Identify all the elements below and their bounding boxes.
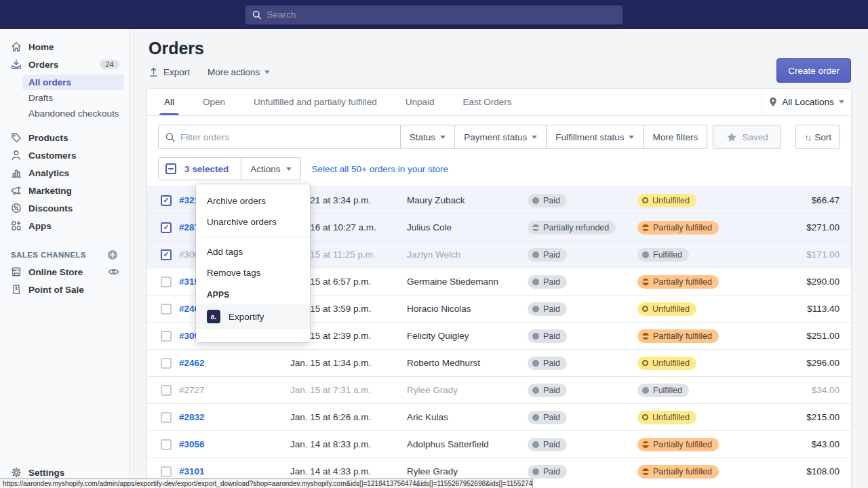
- tab-unpaid[interactable]: Unpaid: [394, 89, 446, 115]
- payment-status-badge: Paid: [528, 438, 567, 451]
- tag-icon: [10, 131, 22, 144]
- row-checkbox[interactable]: [161, 195, 172, 206]
- tab-unfulfilled[interactable]: Unfulfilled and partially fulfilled: [242, 89, 389, 115]
- row-checkbox[interactable]: [161, 304, 172, 314]
- sidebar-item-drafts[interactable]: Drafts: [0, 90, 129, 106]
- table-row[interactable]: #2727 Jan. 15 at 7:31 a.m. Rylee Grady P…: [147, 376, 851, 403]
- sidebar-item-analytics[interactable]: Analytics: [0, 164, 129, 182]
- sidebar-item-discounts[interactable]: Discounts: [0, 199, 129, 217]
- fulfillment-status-badge: Partially fulfilled: [637, 465, 719, 479]
- fulfillment-status-badge: Partially fulfilled: [637, 275, 719, 289]
- menu-item-archive-orders[interactable]: Archive orders: [196, 190, 310, 211]
- menu-item-exportify[interactable]: a. Exportify: [196, 304, 310, 329]
- selected-count-button[interactable]: 3 selected: [159, 158, 241, 180]
- sidebar-item-products[interactable]: Products: [0, 129, 129, 146]
- saved-filters-button[interactable]: Saved: [713, 125, 781, 149]
- filter-orders-input[interactable]: [180, 132, 393, 142]
- eye-icon[interactable]: [108, 268, 119, 276]
- payment-status-badge: Paid: [528, 329, 567, 343]
- payment-status-filter-button[interactable]: Payment status: [455, 125, 547, 149]
- menu-item-add-tags[interactable]: Add tags: [196, 241, 310, 262]
- more-filters-button[interactable]: More filters: [644, 125, 707, 149]
- row-checkbox[interactable]: [161, 439, 172, 450]
- status-dot-icon: [642, 224, 649, 231]
- table-row[interactable]: #3056 Jan. 14 at 8:33 p.m. Adolphus Satt…: [147, 430, 851, 458]
- order-number[interactable]: #2832: [179, 412, 290, 422]
- search-icon: [252, 10, 261, 20]
- table-row[interactable]: #2462 Jan. 15 at 1:34 p.m. Roberto Medhu…: [147, 349, 851, 376]
- row-checkbox[interactable]: [161, 412, 172, 423]
- order-total: $43.00: [760, 439, 851, 449]
- tab-all[interactable]: All: [153, 89, 186, 115]
- order-date: Jan. 14 at 8:33 p.m.: [290, 439, 407, 449]
- order-number[interactable]: #2727: [179, 385, 290, 395]
- sidebar-item-all-orders[interactable]: All orders: [22, 75, 124, 90]
- sidebar-item-customers[interactable]: Customers: [0, 146, 129, 164]
- fulfillment-status-badge: Fulfilled: [637, 248, 689, 262]
- fulfillment-status-badge: Unfulfilled: [637, 357, 696, 370]
- order-date: Jan. 15 at 6:26 a.m.: [290, 412, 407, 422]
- status-dot-icon: [532, 360, 539, 367]
- chevron-down-icon: [629, 136, 634, 139]
- order-date: Jan. 15 at 1:34 p.m.: [290, 358, 407, 368]
- table-row[interactable]: #2832 Jan. 15 at 6:26 a.m. Aric Kulas Pa…: [147, 403, 851, 430]
- location-filter-button[interactable]: All Locations: [762, 89, 851, 115]
- search-icon: [165, 132, 175, 142]
- order-customer: Maury Zuback: [407, 195, 528, 205]
- order-total: $108.00: [760, 466, 851, 476]
- row-checkbox[interactable]: [161, 331, 172, 342]
- create-order-button[interactable]: Create order: [776, 58, 851, 83]
- page-title: Orders: [149, 39, 851, 58]
- row-checkbox[interactable]: [161, 466, 172, 477]
- sidebar-item-marketing[interactable]: Marketing: [0, 182, 129, 199]
- order-number[interactable]: #3056: [179, 439, 290, 449]
- pos-icon: [10, 283, 22, 296]
- order-number[interactable]: #2462: [179, 358, 290, 368]
- gear-icon: [10, 466, 22, 479]
- more-actions-button[interactable]: More actions: [208, 67, 270, 77]
- tab-east-orders[interactable]: East Orders: [451, 89, 523, 115]
- order-customer: Rylee Grady: [407, 385, 528, 395]
- menu-item-remove-tags[interactable]: Remove tags: [196, 262, 310, 283]
- row-checkbox[interactable]: [161, 222, 172, 233]
- sidebar-item-online-store[interactable]: Online Store: [0, 263, 129, 281]
- sort-button[interactable]: ↑↓ Sort: [795, 125, 840, 149]
- menu-item-unarchive-orders[interactable]: Unarchive orders: [196, 211, 310, 232]
- select-all-link[interactable]: Select all 50+ orders in your store: [312, 164, 448, 174]
- sidebar-item-apps[interactable]: Apps: [0, 217, 129, 235]
- page-header: Orders Export More actions: [130, 29, 868, 77]
- fulfillment-status-badge: Unfulfilled: [637, 411, 696, 424]
- filter-orders-search[interactable]: [158, 125, 401, 149]
- row-checkbox[interactable]: [161, 385, 172, 396]
- order-customer: Aric Kulas: [407, 412, 528, 422]
- menu-divider: [196, 237, 310, 237]
- sidebar-item-orders[interactable]: Orders 24: [0, 56, 129, 73]
- menu-apps-heading: APPS: [196, 285, 310, 304]
- bar-chart-icon: [10, 167, 22, 179]
- sidebar-item-abandoned-checkouts[interactable]: Abandoned checkouts: [0, 106, 129, 121]
- global-search[interactable]: [245, 5, 623, 24]
- order-number[interactable]: #3101: [179, 466, 290, 476]
- row-checkbox[interactable]: [161, 358, 172, 369]
- location-pin-icon: [769, 97, 777, 107]
- add-channel-icon[interactable]: [107, 249, 118, 260]
- order-date: Jan. 15 at 7:31 a.m.: [290, 385, 407, 395]
- fulfillment-status-badge: Fulfilled: [637, 384, 689, 397]
- payment-status-badge: Paid: [528, 411, 567, 424]
- select-all-checkbox[interactable]: [165, 163, 176, 174]
- fulfillment-status-filter-button[interactable]: Fulfillment status: [547, 125, 644, 149]
- global-search-input[interactable]: [267, 9, 616, 20]
- export-button[interactable]: Export: [149, 67, 190, 77]
- tab-open[interactable]: Open: [191, 89, 237, 115]
- status-filter-button[interactable]: Status: [401, 125, 455, 149]
- sidebar-item-home[interactable]: Home: [0, 38, 129, 56]
- filter-bar: Status Payment status Fulfillment status…: [147, 116, 851, 156]
- order-customer: Rylee Grady: [407, 466, 528, 476]
- row-checkbox[interactable]: [161, 277, 172, 287]
- fulfillment-status-badge: Partially fulfilled: [637, 221, 719, 235]
- bulk-selection-bar: 3 selected Actions Select all 50+ orders…: [158, 157, 840, 180]
- actions-dropdown-button[interactable]: Actions: [241, 158, 300, 180]
- row-checkbox[interactable]: [161, 249, 172, 260]
- fulfillment-status-badge: Partially fulfilled: [637, 329, 719, 343]
- sidebar-item-point-of-sale[interactable]: Point of Sale: [0, 281, 129, 298]
